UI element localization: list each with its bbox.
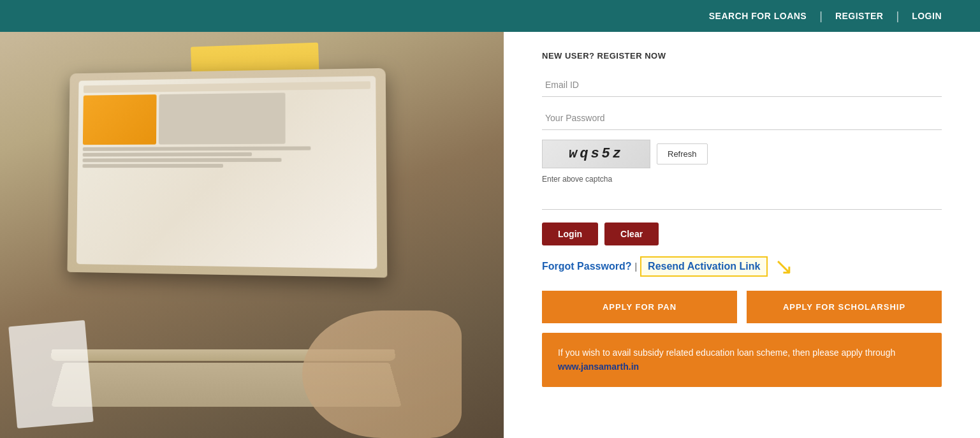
login-button[interactable]: Login <box>542 223 598 245</box>
hero-image <box>0 32 504 438</box>
screen-gray-block <box>159 92 286 144</box>
header: SEARCH FOR LOANS | REGISTER | LOGIN <box>0 0 980 32</box>
divider-1: | <box>819 10 823 23</box>
apply-scholarship-button[interactable]: APPLY FOR SCHOLARSHIP <box>747 291 942 323</box>
screen-text-lines <box>82 146 370 168</box>
main-content: NEW USER? REGISTER NOW wqs5z Refresh Ent… <box>0 32 980 438</box>
apply-pan-button[interactable]: APPLY FOR PAN <box>542 291 737 323</box>
notebook-overlay <box>8 320 93 428</box>
screen-bar-1 <box>84 81 370 92</box>
laptop-screen <box>77 76 377 269</box>
hand-overlay <box>302 310 462 438</box>
search-for-loans-link[interactable]: SEARCH FOR LOANS <box>696 11 819 21</box>
captcha-area: wqs5z Refresh <box>542 140 942 168</box>
annotation-wrapper: Resend Activation Link ↘ <box>640 255 793 278</box>
screen-orange-block <box>83 94 157 145</box>
resend-activation-link[interactable]: Resend Activation Link <box>648 261 760 272</box>
links-row: Forgot Password? | Resend Activation Lin… <box>542 255 942 278</box>
resend-activation-wrapper[interactable]: Resend Activation Link <box>640 256 768 277</box>
arrow-annotation: ↘ <box>774 255 793 278</box>
screen-content <box>78 76 377 173</box>
captcha-image: wqs5z <box>542 140 650 168</box>
pipe-divider: | <box>634 261 637 272</box>
screen-line-3 <box>83 158 282 163</box>
email-input[interactable] <box>542 73 942 97</box>
buttons-row: Login Clear <box>542 223 942 245</box>
info-banner: If you wish to avail subsidy related edu… <box>542 333 942 387</box>
laptop-body <box>67 68 387 278</box>
screen-line-4 <box>82 164 223 168</box>
forgot-password-link[interactable]: Forgot Password? <box>542 261 631 272</box>
screen-line-2 <box>83 152 252 157</box>
divider-2: | <box>896 10 899 23</box>
nav-bar: SEARCH FOR LOANS | REGISTER | LOGIN <box>696 10 954 23</box>
clear-button[interactable]: Clear <box>604 223 659 245</box>
password-input[interactable] <box>542 106 942 130</box>
new-user-label: NEW USER? REGISTER NOW <box>542 51 942 61</box>
captcha-input[interactable] <box>542 189 942 210</box>
info-text: If you wish to avail subsidy related edu… <box>558 347 895 358</box>
apply-row: APPLY FOR PAN APPLY FOR SCHOLARSHIP <box>542 291 942 323</box>
login-link[interactable]: LOGIN <box>899 11 954 21</box>
jansamarth-link[interactable]: www.jansamarth.in <box>558 361 639 372</box>
captcha-hint: Enter above captcha <box>542 175 942 184</box>
refresh-button[interactable]: Refresh <box>657 143 708 164</box>
register-link[interactable]: REGISTER <box>823 11 896 21</box>
laptop-simulation <box>0 32 504 438</box>
screen-line-1 <box>83 146 311 150</box>
right-panel: NEW USER? REGISTER NOW wqs5z Refresh Ent… <box>504 32 980 438</box>
